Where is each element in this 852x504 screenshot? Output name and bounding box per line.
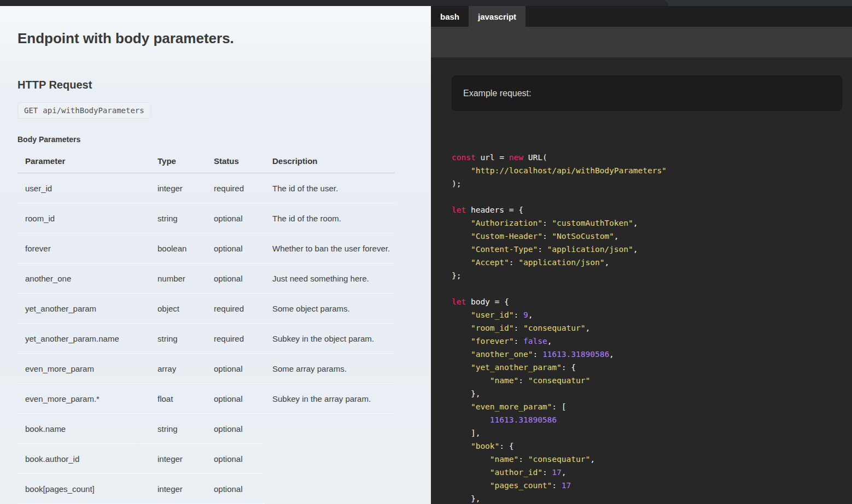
code-token: ); (452, 179, 461, 188)
code-line: "pages_count": 17 (452, 479, 852, 492)
example-request-code: const url = new URL( "http://localhost/a… (452, 151, 852, 504)
code-token: , (590, 455, 595, 464)
table-row: foreverbooleanoptionalWhether to ban the… (17, 233, 395, 263)
param-status-cell: required (206, 324, 265, 354)
param-name-cell: even_more_param.* (17, 384, 150, 414)
table-row: even_more_paramarrayoptionalSome array p… (17, 354, 395, 384)
code-token: }, (452, 494, 480, 503)
tab-bash[interactable]: bash (431, 6, 469, 27)
code-token (452, 442, 471, 450)
param-description-cell: The id of the room. (265, 203, 395, 233)
param-status-cell: optional (206, 354, 265, 384)
code-token: "NotSoCustom" (552, 232, 614, 241)
endpoint-path: api/withBodyParameters (43, 106, 144, 115)
code-token: : (514, 337, 523, 345)
param-description-cell: Subkey in the array param. (265, 384, 395, 414)
code-token: const (452, 153, 476, 162)
param-name-cell: yet_another_param (17, 294, 150, 324)
code-token: , (547, 337, 552, 345)
code-line: }; (452, 269, 852, 282)
code-token: , (562, 468, 567, 477)
code-line: "room_id": "consequatur", (452, 321, 852, 335)
param-name-cell: forever (17, 233, 150, 263)
code-token (452, 258, 471, 267)
code-line: "book": { (452, 439, 852, 453)
code-line: "Custom-Header": "NotSoCustom", (452, 230, 852, 243)
code-line: "forever": false, (452, 335, 852, 348)
table-row: book.author_idintegeroptional (17, 444, 395, 474)
code-token: 17 (562, 481, 571, 490)
code-token: , (633, 245, 638, 254)
example-request-label: Example request: (463, 89, 532, 98)
tab-javascript[interactable]: javascript (469, 6, 526, 27)
code-line: "yet_another_param": { (452, 361, 852, 374)
code-token: ], (452, 429, 480, 437)
code-token (452, 232, 471, 241)
param-description-cell: Just need something here. (265, 263, 395, 294)
code-token: false (523, 337, 547, 345)
code-token (452, 337, 471, 345)
code-token: "name" (490, 376, 518, 385)
code-token: "even_more_param" (471, 402, 552, 411)
code-line: "http://localhost/api/withBodyParameters… (452, 164, 852, 177)
code-token: body = { (466, 297, 509, 306)
code-line: "Content-Type": "application/json", (452, 243, 852, 256)
code-area: Example request: const url = new URL( "h… (431, 57, 852, 504)
code-token (452, 363, 471, 372)
param-status-cell: optional (206, 203, 265, 233)
code-token: , (609, 350, 614, 359)
code-token: : (514, 310, 523, 319)
body-parameters-label: Body Parameters (17, 135, 431, 144)
code-token: "yet_another_param" (471, 363, 562, 372)
column-header-description: Description (265, 149, 395, 173)
code-line: ); (452, 177, 852, 190)
http-method: GET (24, 106, 38, 115)
page: Endpoint with body parameters. HTTP Requ… (0, 0, 852, 504)
column-header-type: Type (150, 149, 206, 173)
param-type-cell: number (150, 263, 206, 294)
example-request-box: Example request: (452, 75, 842, 111)
code-token: "room_id" (471, 324, 514, 332)
param-type-cell: float (150, 384, 206, 414)
code-token: new (509, 153, 523, 162)
table-row: another_onenumberoptionalJust need somet… (17, 263, 395, 294)
param-type-cell: string (150, 324, 206, 354)
code-token: : (533, 350, 542, 359)
code-token: : [ (552, 402, 566, 411)
code-token: headers = { (466, 206, 523, 214)
code-line (452, 282, 852, 295)
param-status-cell: required (206, 294, 265, 324)
code-token (452, 468, 490, 477)
code-token: "application/json" (547, 245, 633, 254)
param-description-cell: Whether to ban the user forever. (265, 233, 395, 263)
param-description-cell (265, 474, 395, 504)
code-token: , (528, 310, 533, 319)
code-line: }, (452, 387, 852, 400)
code-token: : (542, 232, 552, 241)
code-token: "another_one" (471, 350, 533, 359)
code-token: let (452, 206, 466, 214)
code-line: "name": "consequatur" (452, 374, 852, 387)
code-token: , (633, 219, 638, 227)
code-line: let body = { (452, 295, 852, 308)
param-description-cell: Some object params. (265, 294, 395, 324)
code-token (452, 219, 471, 227)
param-name-cell: user_id (17, 173, 150, 203)
code-token: "pages_count" (490, 481, 552, 490)
code-token (452, 455, 490, 464)
table-header-row: ParameterTypeStatusDescription (17, 149, 395, 173)
code-token: 17 (552, 468, 561, 477)
code-token: "Content-Type" (471, 245, 538, 254)
table-row: yet_another_paramobjectrequiredSome obje… (17, 294, 395, 324)
code-token (452, 245, 471, 254)
table-row: yet_another_param.namestringrequiredSubk… (17, 324, 395, 354)
code-token: let (452, 297, 466, 306)
param-status-cell: optional (206, 233, 265, 263)
code-token: : { (499, 442, 513, 450)
code-token (452, 350, 471, 359)
param-type-cell: boolean (150, 233, 206, 263)
page-title: Endpoint with body parameters. (17, 30, 431, 47)
code-token (452, 415, 490, 424)
param-type-cell: integer (150, 444, 206, 474)
code-token: "name" (490, 455, 518, 464)
